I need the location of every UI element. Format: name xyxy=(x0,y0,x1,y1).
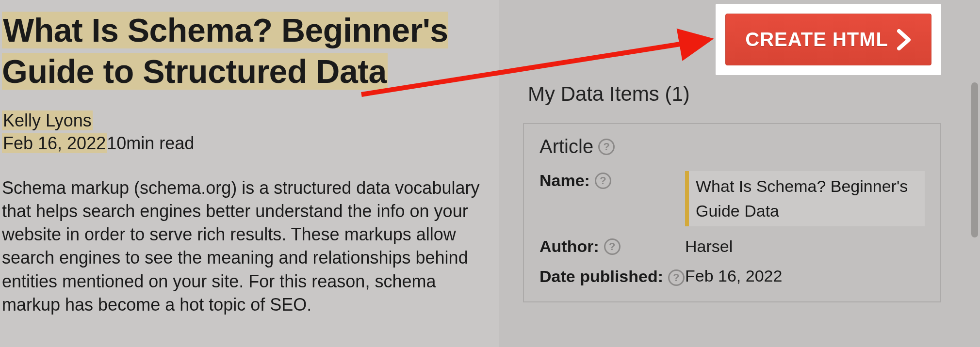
help-icon[interactable]: ? xyxy=(595,173,611,189)
help-icon[interactable]: ? xyxy=(598,139,615,155)
article-card: Article ? Name: ? What Is Schema? Beginn… xyxy=(523,123,941,302)
create-html-button[interactable]: CREATE HTML xyxy=(725,14,931,65)
field-value-date-published[interactable]: Feb 16, 2022 xyxy=(685,267,925,285)
help-icon[interactable]: ? xyxy=(668,269,685,286)
field-row-name: Name: ? What Is Schema? Beginner's Guide… xyxy=(539,171,925,226)
annotation-arrow-head xyxy=(677,22,717,61)
data-items-panel: My Data Items (1) Article ? Name: ? What… xyxy=(523,82,941,347)
help-icon[interactable]: ? xyxy=(604,238,621,255)
chevron-right-icon xyxy=(897,29,912,50)
field-label-author: Author: xyxy=(539,237,599,256)
structured-data-panel: CREATE HTML My Data Items (1) Article ? … xyxy=(499,0,980,347)
article-body: Schema markup (schema.org) is a structur… xyxy=(2,176,487,316)
article-read-time: 10min read xyxy=(107,133,194,153)
field-label-name: Name: xyxy=(539,171,590,190)
create-html-label: CREATE HTML xyxy=(745,29,888,50)
panel-title: My Data Items (1) xyxy=(523,82,941,106)
article-title: What Is Schema? Beginner's Guide to Stru… xyxy=(2,10,494,92)
article-author: Kelly Lyons xyxy=(2,110,93,130)
field-row-author: Author: ? Harsel xyxy=(539,237,925,256)
field-value-name[interactable]: What Is Schema? Beginner's Guide Data xyxy=(685,171,925,226)
scrollbar-thumb[interactable] xyxy=(971,82,978,237)
article-date: Feb 16, 2022 xyxy=(2,133,107,153)
card-type: Article xyxy=(539,136,593,158)
field-value-author[interactable]: Harsel xyxy=(685,237,925,256)
create-html-button-frame: CREATE HTML xyxy=(716,4,941,75)
field-row-date-published: Date published: ? Feb 16, 2022 xyxy=(539,267,925,286)
article-meta: Kelly Lyons Feb 16, 202210min read xyxy=(2,110,494,155)
field-label-date-published: Date published: xyxy=(539,267,663,286)
article-preview-panel: What Is Schema? Beginner's Guide to Stru… xyxy=(0,0,497,347)
